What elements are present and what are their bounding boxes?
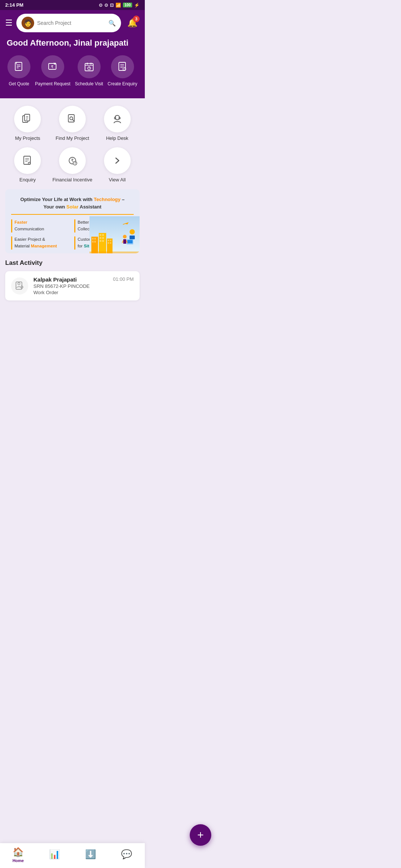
view-all-icon — [104, 147, 131, 174]
search-input[interactable] — [37, 20, 105, 26]
accent-bar-1 — [11, 219, 12, 233]
svg-rect-50 — [100, 234, 101, 236]
find-my-project-label: Find My Project — [56, 135, 89, 142]
svg-rect-55 — [102, 240, 104, 242]
svg-rect-58 — [110, 240, 111, 241]
schedule-visit-icon-circle — [78, 55, 101, 78]
avatar: 🧑 — [22, 17, 34, 29]
activity-info: Kalpak Prajapati SRN 85672-KP PINCODE Wo… — [33, 276, 108, 295]
find-my-project-icon — [59, 106, 86, 132]
banner-title: Optimize Your Life at Work with Technolo… — [11, 196, 134, 210]
notification-button[interactable]: 🔔 3 — [125, 16, 140, 30]
header: ☰ 🧑 🔍 🔔 3 Good Afternoon, Jinal prajapat… — [0, 10, 145, 98]
svg-point-72 — [18, 283, 20, 285]
svg-point-66 — [123, 235, 127, 239]
grid-item-my-projects[interactable]: My Projects — [7, 106, 48, 142]
svg-text:₹: ₹ — [51, 65, 53, 69]
greeting-text: Good Afternoon, Jinal prajapati — [5, 38, 140, 48]
grid-item-enquiry[interactable]: Enquiry — [7, 147, 48, 183]
create-enquiry-icon-circle — [111, 55, 134, 78]
svg-rect-60 — [110, 242, 111, 244]
last-activity-section: Last Activity Kalpak Prajapati SRN 85672… — [5, 259, 140, 300]
svg-text:₹: ₹ — [74, 162, 76, 165]
svg-rect-48 — [94, 241, 96, 243]
signal-icon: ⊙ — [104, 3, 108, 8]
wifi-icon: 📶 — [115, 3, 121, 8]
city-illustration — [89, 216, 140, 253]
payment-request-icon-circle: ₹ — [41, 55, 64, 78]
activity-time: 01:00 PM — [113, 276, 134, 282]
accent-bar-3 — [11, 236, 12, 250]
activity-card[interactable]: Kalpak Prajapati SRN 85672-KP PINCODE Wo… — [5, 271, 140, 300]
charging-icon: ⚡ — [134, 3, 140, 8]
svg-point-20 — [124, 69, 125, 70]
help-desk-icon — [104, 106, 131, 132]
help-desk-label: Help Desk — [106, 135, 128, 142]
banner-divider — [11, 214, 134, 215]
accent-bar-2 — [74, 219, 75, 233]
battery-icon: 100 — [123, 3, 132, 7]
svg-rect-65 — [127, 240, 133, 243]
notification-badge: 3 — [133, 16, 140, 22]
svg-rect-59 — [108, 242, 109, 244]
svg-text:₹: ₹ — [16, 62, 17, 65]
main-content: My Projects Find My Project — [0, 98, 145, 334]
last-activity-title: Last Activity — [5, 259, 140, 267]
view-all-label: View All — [109, 177, 125, 183]
grid-row-2: Enquiry ₹ ₹ Financial Incentive View All — [5, 147, 140, 183]
svg-rect-63 — [130, 236, 135, 239]
quick-action-payment-request[interactable]: ₹ Payment Request — [35, 55, 70, 87]
svg-rect-14 — [119, 62, 125, 70]
svg-rect-57 — [108, 240, 109, 241]
payment-request-label: Payment Request — [35, 81, 70, 87]
svg-rect-46 — [94, 238, 96, 240]
svg-point-27 — [70, 117, 73, 120]
activity-name: Kalpak Prajapati — [33, 276, 108, 283]
activity-srn: SRN 85672-KP PINCODE — [33, 283, 108, 289]
accent-bar-4 — [74, 236, 75, 250]
svg-rect-51 — [102, 234, 104, 236]
location-icon: ⊙ — [99, 3, 102, 8]
enquiry-icon — [14, 147, 41, 174]
schedule-visit-label: Schedule Visit — [75, 81, 103, 87]
menu-button[interactable]: ☰ — [5, 18, 13, 28]
quick-action-schedule-visit[interactable]: Schedule Visit — [75, 55, 103, 87]
network-icon: ⊡ — [110, 3, 114, 8]
grid-item-view-all[interactable]: View All — [97, 147, 138, 183]
activity-type: Work Order — [33, 290, 108, 295]
my-projects-label: My Projects — [15, 135, 40, 142]
quick-actions: ₹ Get Quote ₹ Payment Request — [5, 55, 140, 91]
svg-rect-53 — [102, 237, 104, 239]
activity-icon — [11, 277, 28, 295]
grid-item-find-my-project[interactable]: Find My Project — [52, 106, 93, 142]
grid-row-1: My Projects Find My Project — [5, 106, 140, 142]
status-time: 2:14 PM — [5, 2, 23, 8]
svg-point-62 — [130, 229, 135, 234]
grid-item-financial-incentive[interactable]: ₹ ₹ Financial Incentive — [52, 147, 93, 183]
banner-feature-faster: FasterCommunication — [11, 219, 71, 233]
banner-feature-easier: Easier Project &Material Management — [11, 236, 71, 250]
status-bar: 2:14 PM ⊙ ⊙ ⊡ 📶 100 ⚡ — [0, 0, 145, 10]
financial-incentive-label: Financial Incentive — [52, 177, 92, 183]
quick-action-create-enquiry[interactable]: Create Enquiry — [108, 55, 137, 87]
svg-rect-22 — [25, 114, 30, 121]
financial-incentive-icon: ₹ ₹ — [59, 147, 86, 174]
get-quote-label: Get Quote — [9, 81, 29, 87]
svg-rect-52 — [100, 237, 101, 239]
enquiry-label: Enquiry — [19, 177, 36, 183]
svg-rect-45 — [92, 238, 94, 240]
create-enquiry-label: Create Enquiry — [108, 81, 137, 87]
search-bar[interactable]: 🧑 🔍 — [16, 14, 121, 32]
svg-rect-47 — [92, 241, 94, 243]
banner-feature-easier-text: Easier Project &Material Management — [14, 236, 57, 249]
get-quote-icon-circle: ₹ — [7, 55, 30, 78]
svg-rect-70 — [89, 251, 140, 253]
svg-point-38 — [29, 164, 30, 164]
search-icon[interactable]: 🔍 — [108, 20, 116, 27]
svg-rect-49 — [99, 233, 106, 253]
quick-action-get-quote[interactable]: ₹ Get Quote — [7, 55, 30, 87]
svg-rect-54 — [100, 240, 101, 242]
grid-item-help-desk[interactable]: Help Desk — [97, 106, 138, 142]
svg-rect-26 — [68, 115, 74, 122]
banner-feature-faster-text: FasterCommunication — [14, 219, 44, 232]
